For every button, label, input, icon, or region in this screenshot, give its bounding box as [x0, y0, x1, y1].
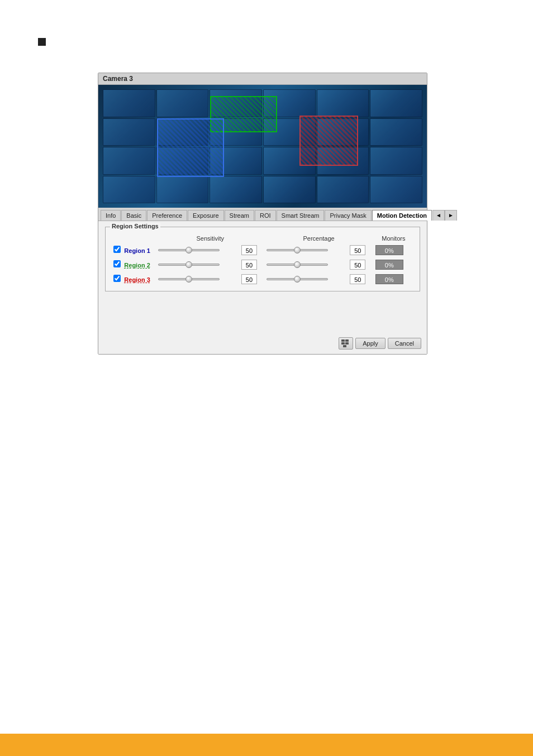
camera-title: Camera 3 [103, 75, 133, 83]
region3-percentage-slider-cell [264, 272, 348, 286]
slider-thumb [294, 261, 301, 268]
region2-percentage-slider-cell [264, 257, 348, 272]
region3-label: Region 3 [124, 276, 150, 283]
tv-cell [103, 147, 155, 175]
tab-next-button[interactable]: ► [445, 210, 457, 221]
region1-percentage-slider[interactable] [266, 249, 345, 251]
video-area [98, 85, 427, 208]
slider-thumb [185, 276, 192, 283]
slider-track[interactable] [158, 278, 220, 280]
tv-cell [370, 118, 422, 146]
slider-track[interactable] [266, 249, 328, 251]
tv-cell [156, 176, 209, 204]
region3-percentage-value: 50 [350, 274, 365, 284]
tv-cell [103, 118, 155, 146]
tv-cell [103, 176, 155, 204]
region1-percentage-slider-cell [264, 243, 348, 257]
tab-smart-stream[interactable]: Smart Stream [277, 210, 325, 221]
slider-thumb [185, 247, 192, 253]
region-settings-box: Region Settings Sensitivity Percentage M… [105, 227, 420, 291]
tv-cell [317, 89, 369, 117]
tv-cell [370, 89, 422, 117]
motion-region-red [299, 116, 358, 166]
tab-motion-detection[interactable]: Motion Detection [372, 210, 432, 221]
tabs-bar: Info Basic Preference Exposure Stream RO… [98, 208, 427, 221]
table-row: Region 3 50 [111, 272, 414, 286]
region3-cell: Region 3 [111, 272, 156, 286]
region3-monitors: 0% [375, 274, 403, 284]
slider-thumb [294, 247, 301, 253]
tv-cell [210, 176, 262, 204]
region2-percentage-value-cell: 50 [348, 257, 373, 272]
region3-checkbox[interactable] [113, 275, 121, 282]
region1-cell: Region 1 [111, 243, 156, 257]
tv-cell [156, 89, 209, 117]
region2-percentage-value: 50 [350, 260, 365, 270]
grid-icon [341, 339, 350, 347]
region2-monitors-cell: 0% [373, 257, 414, 272]
slider-track[interactable] [158, 264, 220, 266]
panel-content: Region Settings Sensitivity Percentage M… [98, 221, 427, 333]
slider-thumb [294, 276, 301, 283]
tab-stream[interactable]: Stream [225, 210, 254, 221]
tv-cell [103, 89, 155, 117]
tv-cell [317, 176, 369, 204]
col-percentage: Percentage [264, 234, 373, 243]
region3-monitors-cell: 0% [373, 272, 414, 286]
region-settings-label: Region Settings [110, 223, 160, 229]
camera-titlebar: Camera 3 [98, 73, 427, 85]
bottom-actions: Apply Cancel [98, 333, 427, 354]
region1-sensitivity-slider[interactable] [158, 249, 237, 251]
col-region-name [111, 234, 156, 243]
region2-label: Region 2 [124, 262, 150, 269]
tab-info[interactable]: Info [101, 210, 121, 221]
region3-percentage-value-cell: 50 [348, 272, 373, 286]
tab-basic[interactable]: Basic [121, 210, 146, 221]
cancel-button[interactable]: Cancel [388, 338, 421, 349]
region2-sensitivity-slider[interactable] [158, 264, 237, 266]
region1-label: Region 1 [124, 247, 150, 254]
region2-monitors: 0% [375, 260, 403, 270]
camera-feed [98, 85, 427, 208]
table-row: Region 2 50 [111, 257, 414, 272]
tab-exposure[interactable]: Exposure [188, 210, 223, 221]
svg-rect-4 [343, 345, 346, 347]
orange-bar [0, 734, 533, 756]
tab-roi[interactable]: ROI [255, 210, 276, 221]
slider-track[interactable] [266, 264, 328, 266]
slider-thumb [185, 261, 192, 268]
region2-sensitivity-slider-cell [156, 257, 239, 272]
region3-sensitivity-slider[interactable] [158, 278, 237, 280]
tv-cell [263, 176, 316, 204]
tab-privacy-mask[interactable]: Privacy Mask [325, 210, 371, 221]
region1-sensitivity-slider-cell [156, 243, 239, 257]
region2-sensitivity-value-cell: 50 [239, 257, 264, 272]
tab-preference[interactable]: Preference [147, 210, 187, 221]
region1-percentage-value: 50 [350, 245, 365, 255]
slider-track[interactable] [266, 278, 328, 280]
region1-monitors-cell: 0% [373, 243, 414, 257]
col-monitors: Monitors [373, 234, 414, 243]
region1-monitors: 0% [375, 245, 403, 255]
region1-percentage-value-cell: 50 [348, 243, 373, 257]
region-table: Sensitivity Percentage Monitors Region 1 [111, 234, 414, 286]
region3-percentage-slider[interactable] [266, 278, 345, 280]
camera-window: Camera 3 [98, 73, 427, 355]
region1-checkbox[interactable] [113, 246, 121, 253]
svg-rect-1 [345, 339, 349, 342]
region3-sensitivity-value: 50 [241, 274, 257, 284]
settings-icon-button[interactable] [339, 337, 353, 350]
tab-prev-button[interactable]: ◄ [432, 210, 445, 221]
apply-button[interactable]: Apply [355, 338, 386, 349]
region1-sensitivity-value-cell: 50 [239, 243, 264, 257]
table-row: Region 1 50 [111, 243, 414, 257]
region2-percentage-slider[interactable] [266, 264, 345, 266]
region3-sensitivity-slider-cell [156, 272, 239, 286]
svg-rect-0 [341, 339, 345, 342]
slider-track[interactable] [158, 249, 220, 251]
region2-checkbox[interactable] [113, 260, 121, 267]
svg-rect-3 [345, 342, 349, 344]
region2-cell: Region 2 [111, 257, 156, 272]
tv-cell [370, 176, 422, 204]
col-sensitivity: Sensitivity [156, 234, 264, 243]
